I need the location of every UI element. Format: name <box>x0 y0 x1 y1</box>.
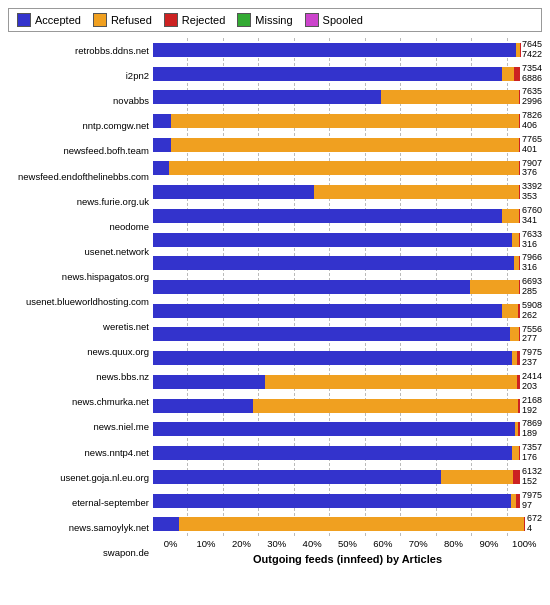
x-tick-9: 90% <box>471 538 506 549</box>
bar-refused-14 <box>265 375 518 389</box>
bar-values-20: 6724 <box>527 514 542 534</box>
y-label-0: retrobbs.ddns.net <box>75 41 149 61</box>
bar-rejected-20 <box>524 517 525 531</box>
x-tick-7: 70% <box>401 538 436 549</box>
legend-item-accepted: Accepted <box>17 13 81 27</box>
bar-refused-6 <box>314 185 518 199</box>
bar-accepted-3 <box>153 114 171 128</box>
bar-values-15: 2168192 <box>522 396 542 416</box>
bar-values-6: 3392353 <box>522 182 542 202</box>
legend-label-spooled: Spooled <box>323 14 363 26</box>
bar-accepted-1 <box>153 67 502 81</box>
bars-area: 7645742273546886763529967826406776540179… <box>153 38 542 565</box>
bar-refused-12 <box>510 327 518 341</box>
bar-rejected-18 <box>513 470 520 484</box>
bar-accepted-11 <box>153 304 502 318</box>
legend-label-missing: Missing <box>255 14 292 26</box>
x-tick-6: 60% <box>365 538 400 549</box>
bar-row-17: 7357176 <box>153 441 542 465</box>
bar-refused-10 <box>470 280 519 294</box>
y-label-2: novabbs <box>113 91 149 111</box>
bar-refused-1 <box>502 67 515 81</box>
bar-rejected-14 <box>517 375 520 389</box>
bar-accepted-5 <box>153 161 169 175</box>
bar-refused-7 <box>502 209 519 223</box>
bar-values-2: 76352996 <box>522 87 542 107</box>
y-label-12: news.quux.org <box>87 342 149 362</box>
bar-refused-15 <box>253 399 518 413</box>
bar-accepted-7 <box>153 209 502 223</box>
bar-rejected-13 <box>517 351 520 365</box>
bar-rejected-11 <box>518 304 520 318</box>
y-label-4: newsfeed.bofh.team <box>63 141 149 161</box>
legend: AcceptedRefusedRejectedMissingSpooled <box>8 8 542 32</box>
bar-row-13: 7975237 <box>153 346 542 370</box>
bar-accepted-2 <box>153 90 381 104</box>
bar-row-11: 5908262 <box>153 299 542 323</box>
bar-values-0: 76457422 <box>522 40 542 60</box>
bar-accepted-18 <box>153 470 441 484</box>
bar-row-1: 73546886 <box>153 62 542 86</box>
bar-accepted-13 <box>153 351 512 365</box>
bar-accepted-19 <box>153 494 511 508</box>
x-tick-1: 10% <box>188 538 223 549</box>
bar-values-19: 797597 <box>522 491 542 511</box>
bar-values-12: 7556277 <box>522 325 542 345</box>
y-label-19: news.samoylyk.net <box>69 517 149 537</box>
bar-row-7: 6760341 <box>153 204 542 228</box>
bar-rejected-15 <box>518 399 520 413</box>
x-tick-3: 30% <box>259 538 294 549</box>
bar-accepted-8 <box>153 233 512 247</box>
chart-area: retrobbs.ddns.neti2pn2novabbsnntp.comgw.… <box>8 38 542 565</box>
x-tick-2: 20% <box>224 538 259 549</box>
y-label-10: usenet.blueworldhosting.com <box>26 291 149 311</box>
bar-rejected-2 <box>519 90 520 104</box>
legend-color-accepted <box>17 13 31 27</box>
y-label-8: usenet.network <box>85 241 149 261</box>
bar-refused-20 <box>179 517 523 531</box>
bar-refused-3 <box>171 114 519 128</box>
bar-values-17: 7357176 <box>522 443 542 463</box>
bar-accepted-6 <box>153 185 314 199</box>
y-label-17: usenet.goja.nl.eu.org <box>60 467 149 487</box>
y-label-20: swapon.de <box>103 542 149 562</box>
bar-rejected-17 <box>519 446 520 460</box>
bar-values-11: 5908262 <box>522 301 542 321</box>
bar-rejected-5 <box>519 161 520 175</box>
bar-row-10: 6693285 <box>153 275 542 299</box>
bar-refused-4 <box>171 138 519 152</box>
x-axis-title: Outgoing feeds (innfeed) by Articles <box>153 553 542 565</box>
x-axis: 0%10%20%30%40%50%60%70%80%90%100% <box>153 538 542 549</box>
y-label-1: i2pn2 <box>126 66 149 86</box>
bar-row-15: 2168192 <box>153 394 542 418</box>
y-label-3: nntp.comgw.net <box>82 116 149 136</box>
legend-color-missing <box>237 13 251 27</box>
bar-rejected-9 <box>519 256 520 270</box>
bar-values-14: 2414203 <box>522 372 542 392</box>
bar-values-10: 6693285 <box>522 277 542 297</box>
bar-row-12: 7556277 <box>153 323 542 347</box>
bar-accepted-16 <box>153 422 515 436</box>
y-label-5: newsfeed.endofthelinebbs.com <box>18 166 149 186</box>
legend-item-refused: Refused <box>93 13 152 27</box>
bar-row-20: 6724 <box>153 512 542 536</box>
bar-row-18: 6132152 <box>153 465 542 489</box>
bar-accepted-12 <box>153 327 510 341</box>
bar-rejected-4 <box>519 138 520 152</box>
bar-accepted-20 <box>153 517 179 531</box>
bar-refused-11 <box>502 304 518 318</box>
bar-rejected-8 <box>519 233 520 247</box>
y-label-7: neodome <box>109 216 149 236</box>
x-tick-0: 0% <box>153 538 188 549</box>
legend-label-refused: Refused <box>111 14 152 26</box>
y-label-6: news.furie.org.uk <box>77 191 149 211</box>
bar-row-16: 7869189 <box>153 418 542 442</box>
legend-color-spooled <box>305 13 319 27</box>
bar-rejected-7 <box>519 209 520 223</box>
bar-accepted-9 <box>153 256 514 270</box>
bar-accepted-4 <box>153 138 171 152</box>
bar-values-13: 7975237 <box>522 348 542 368</box>
bar-row-3: 7826406 <box>153 109 542 133</box>
bar-accepted-14 <box>153 375 265 389</box>
y-label-13: news.bbs.nz <box>96 367 149 387</box>
